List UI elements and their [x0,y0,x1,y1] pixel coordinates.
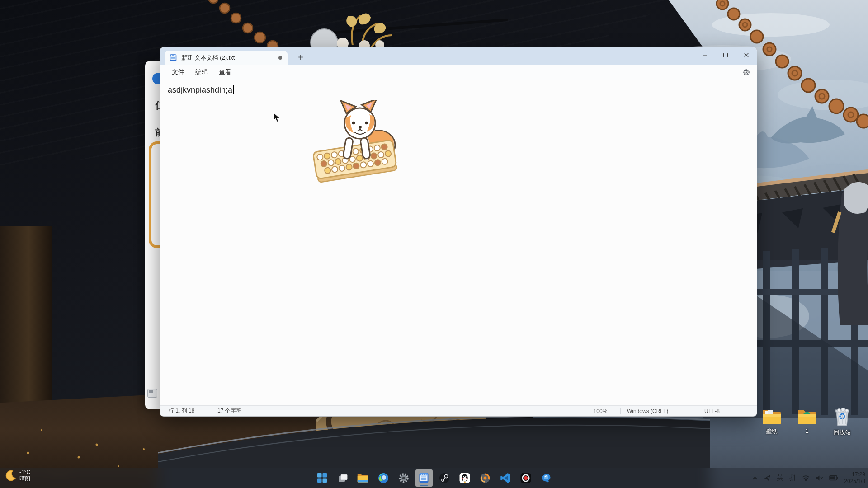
background-window-partial-text: 仁 [155,99,160,112]
status-zoom[interactable]: 100% [580,408,620,414]
tray-time: 17:29 [844,471,865,478]
notepad-tab[interactable]: 新建 文本文档 (2).txt [165,51,288,65]
menu-view[interactable]: 查看 [213,66,237,79]
status-char-count: 17 个字符 [211,407,248,415]
editor-text: asdjkvnpiashdin;a [168,85,234,95]
taskbar-icons [0,468,868,488]
menu-edit[interactable]: 编辑 [190,66,213,79]
windows-logo-icon [316,472,328,483]
qq-penguin-icon [459,472,471,484]
recycle-arrows-glyph: ♻ [838,411,846,422]
background-window-mini-icon [147,389,157,398]
background-window-orange-card [149,141,160,248]
edge-button[interactable] [374,469,392,487]
window-app-icon [337,472,349,484]
settings-gear-icon[interactable] [742,68,750,76]
desktop-icon-recycle-bin[interactable]: ♻ 回收站 [825,407,860,436]
tray-date: 2025/1/8 [844,478,865,485]
notepad-file-icon [169,54,177,62]
mouse-cursor [273,112,281,123]
desktop-icon-label: 回收站 [834,428,851,436]
explorer-folder-icon [357,472,369,484]
maximize-button[interactable] [715,47,736,63]
edge-icon [377,472,389,484]
notepad-menubar: 文件 编辑 查看 [160,65,757,80]
vscode-icon [500,472,511,484]
location-arrow-icon[interactable] [764,474,771,481]
desktop-icon-wallpaper-folder[interactable]: 壁纸 [754,407,789,436]
settings-button[interactable] [395,469,413,487]
status-line-ending[interactable]: Windows (CRLF) [621,408,698,414]
notepad-statusbar: 行 1, 列 18 17 个字符 100% Windows (CRLF) UTF… [160,405,757,416]
steam-icon [439,472,450,484]
background-window[interactable]: 仁 前 [145,61,160,409]
background-window-logo [152,73,160,84]
notepad-app-icon [418,472,429,483]
wifi-icon[interactable] [802,475,810,481]
status-line-col: 行 1, 列 18 [160,407,211,415]
text-caret [233,85,234,94]
orange-utility-button[interactable] [476,469,494,487]
taskbar: -1°C 晴朗 [0,468,868,488]
notepad-taskbar-button[interactable] [415,469,433,487]
hidden-icons-chevron[interactable] [752,476,758,480]
new-tab-button[interactable]: + [294,52,307,64]
orange-gear-icon [479,472,491,484]
blue-horn-app-button[interactable] [537,469,555,487]
folder-icon [761,407,782,426]
desktop-icon-folder-1[interactable]: 1 [789,407,825,436]
blue-horn-icon [540,472,552,484]
folder-icon [797,407,817,426]
recorder-icon [520,472,532,484]
desktop-icon-label: 1 [805,427,808,434]
taskbar-app-window[interactable] [334,469,352,487]
background-window-partial-text: 前 [155,126,160,139]
notepad-tabbar: 新建 文本文档 (2).txt + [160,47,757,65]
notepad-window: 新建 文本文档 (2).txt + 文件 编辑 查看 [160,47,757,417]
vscode-button[interactable] [496,469,514,487]
editor-area[interactable]: asdjkvnpiashdin;a [160,80,757,405]
minimize-button[interactable] [694,47,715,63]
close-button[interactable] [736,47,757,63]
desktop-icon-label: 壁纸 [766,427,778,436]
qq-button[interactable] [456,469,474,487]
system-tray: 英 拼 17:29 2025/1/8 [752,468,865,488]
desktop-icons: 壁纸 1 ♻ [754,407,860,436]
start-button[interactable] [313,469,331,487]
ime-mode-indicator[interactable]: 拼 [789,474,796,482]
battery-charging-icon[interactable] [829,475,838,481]
file-explorer-button[interactable] [354,469,372,487]
settings-gear-icon [398,472,410,484]
menu-file[interactable]: 文件 [166,66,190,79]
screen-recorder-button[interactable] [517,469,535,487]
steam-button[interactable] [435,469,453,487]
tab-title: 新建 文本文档 (2).txt [181,54,235,62]
unsaved-indicator-dot [278,56,282,60]
ime-language-indicator[interactable]: 英 [777,474,783,482]
volume-muted-icon[interactable] [816,475,823,481]
desktop: 仁 前 新建 文本文档 (2).txt + [0,0,868,488]
status-encoding[interactable]: UTF-8 [698,408,757,414]
corgi-keyboard-sticker [312,100,407,190]
taskbar-clock[interactable]: 17:29 2025/1/8 [844,471,865,484]
